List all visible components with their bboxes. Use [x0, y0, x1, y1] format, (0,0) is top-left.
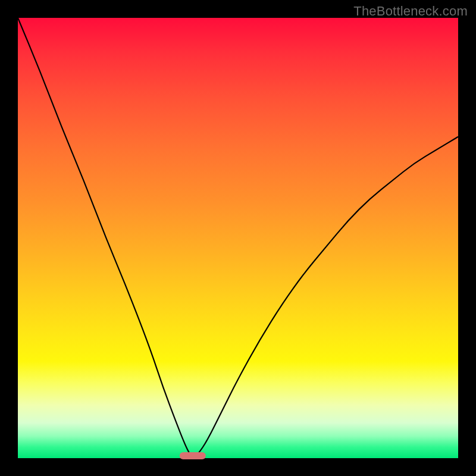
chart-frame: TheBottleneck.com — [0, 0, 476, 476]
bottleneck-curve — [18, 18, 458, 458]
watermark-text: TheBottleneck.com — [353, 4, 468, 19]
plot-area — [18, 18, 458, 458]
curve-path — [18, 18, 458, 457]
optimal-marker — [180, 452, 206, 459]
